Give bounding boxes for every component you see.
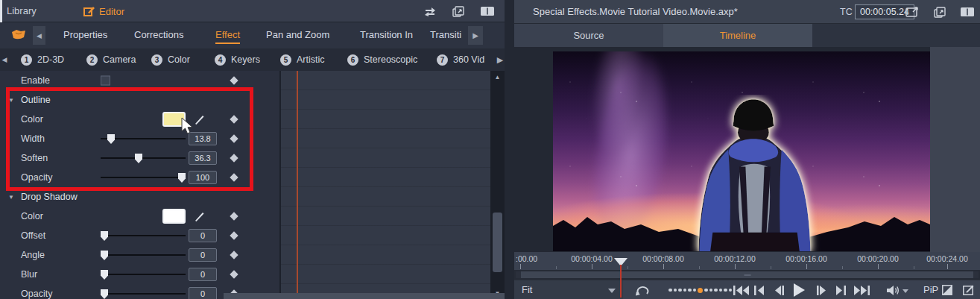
slider-thumb[interactable] (101, 289, 108, 299)
outline-color-swatch[interactable] (162, 112, 186, 127)
slider-thumb[interactable] (101, 251, 108, 260)
enable-label: Enable (21, 75, 50, 86)
scrollbar-thumb[interactable] (516, 271, 979, 278)
swap-panels-icon[interactable] (424, 7, 436, 16)
keyframe-diamond-icon[interactable] (230, 173, 238, 181)
scrollbar-thumb[interactable] (493, 213, 502, 272)
soften-value-box[interactable]: 36.3 (189, 151, 217, 165)
keyframe-diamond-icon[interactable] (230, 231, 238, 239)
tab-library[interactable]: Library (7, 0, 37, 22)
keyframe-timeline-lane[interactable] (281, 71, 490, 299)
slider-thumb[interactable] (101, 270, 108, 280)
snapshot-icon[interactable] (963, 280, 974, 299)
scroll-up-icon[interactable]: ▲ (490, 71, 505, 83)
previous-marker-button[interactable] (754, 280, 764, 299)
color-picker-pencil-icon[interactable] (194, 113, 206, 125)
tab-transition-out-clipped[interactable]: Transiti (430, 29, 461, 40)
angle-value-box[interactable]: 0 (189, 248, 217, 262)
timeline-horizontal-scrollbar[interactable] (514, 270, 980, 280)
jog-center-dot[interactable] (698, 288, 703, 293)
width-slider[interactable] (101, 134, 186, 143)
tab-properties[interactable]: Properties (63, 29, 107, 40)
chevron-down-icon[interactable] (902, 289, 908, 293)
slider-thumb[interactable] (178, 173, 186, 183)
row-outline-header[interactable]: ▼ Outline (0, 90, 279, 110)
effect-category-bar: ◀ 12D-3D 2Camera 3Color 4Keyers 5Artisti… (0, 48, 505, 71)
keyframe-playhead-line[interactable] (297, 71, 298, 293)
volume-button[interactable] (887, 280, 900, 299)
soften-slider[interactable] (101, 154, 186, 163)
playhead-line[interactable] (620, 265, 622, 298)
category-camera[interactable]: 2Camera (86, 48, 136, 71)
parameters-vertical-scrollbar[interactable]: ▲ ▼ (490, 71, 505, 299)
keyframe-diamond-icon[interactable] (230, 251, 238, 259)
go-to-start-button[interactable] (733, 280, 749, 299)
keyframe-diamond-icon[interactable] (230, 134, 238, 142)
category-color[interactable]: 3Color (151, 48, 190, 71)
opacity-value-box[interactable]: 100 (189, 171, 217, 184)
effects-palette-icon[interactable] (11, 29, 26, 40)
tabs-scroll-right-button[interactable]: ▶ (468, 26, 483, 45)
angle-slider[interactable] (101, 251, 186, 259)
categories-scroll-right-button[interactable]: ▶ (495, 50, 505, 69)
scrollbar-end-cap[interactable] (516, 271, 521, 278)
tab-effect[interactable]: Effect (215, 29, 240, 44)
blur-slider[interactable] (101, 270, 186, 279)
export-frame-icon[interactable] (905, 7, 919, 17)
category-artistic[interactable]: 5Artistic (280, 48, 325, 71)
step-back-button[interactable] (774, 280, 784, 299)
collapse-triangle-icon[interactable]: ▼ (8, 194, 14, 201)
keyframe-diamond-icon[interactable] (230, 76, 238, 84)
keyframe-diamond-icon[interactable] (230, 154, 238, 162)
width-value-box[interactable]: 13.8 (189, 132, 217, 145)
split-view-toggle-icon[interactable] (942, 280, 952, 299)
undock-panel-icon[interactable] (452, 6, 464, 17)
timeline-ruler[interactable]: :00.00 00:00:04.00 00:00:08.00 00:00:12.… (514, 252, 980, 270)
next-marker-button[interactable] (836, 280, 846, 299)
category-keyers[interactable]: 4Keyers (215, 48, 260, 71)
slider-thumb[interactable] (135, 154, 142, 163)
zoom-fit-dropdown[interactable]: Fit (514, 280, 623, 299)
slider-thumb[interactable] (101, 231, 108, 241)
keyframe-diamond-icon[interactable] (230, 270, 238, 278)
step-forward-button[interactable] (817, 280, 826, 299)
category-360-video[interactable]: 7360 Vid (437, 48, 484, 71)
jog-shuttle-control[interactable] (668, 280, 732, 299)
shadow-opacity-value-box[interactable]: 0 (189, 287, 217, 299)
categories-scroll-left-button[interactable]: ◀ (0, 50, 9, 69)
dual-view-icon[interactable] (961, 7, 974, 16)
tabs-scroll-left-button[interactable]: ◀ (33, 26, 45, 45)
shadow-color-swatch[interactable] (162, 209, 186, 224)
category-2d-3d[interactable]: 12D-3D (21, 48, 64, 71)
video-frame[interactable] (553, 51, 930, 251)
slider-thumb[interactable] (107, 134, 115, 144)
category-stereoscopic[interactable]: 6Stereoscopic (347, 48, 417, 71)
collapse-triangle-icon[interactable]: ▼ (8, 97, 14, 104)
tab-pan-and-zoom[interactable]: Pan and Zoom (266, 29, 329, 40)
dual-view-icon[interactable] (481, 7, 494, 16)
loop-playback-button[interactable] (635, 280, 651, 299)
offset-slider[interactable] (101, 231, 186, 240)
blur-value-box[interactable]: 0 (189, 268, 217, 281)
enable-checkbox[interactable] (101, 76, 110, 86)
shadow-opacity-slider[interactable] (101, 289, 186, 298)
keyframe-diamond-icon[interactable] (230, 115, 238, 123)
tab-corrections[interactable]: Corrections (134, 29, 183, 40)
row-drop-shadow-header[interactable]: ▼ Drop Shadow (0, 187, 279, 207)
parameters-horizontal-scrollbar[interactable] (224, 293, 505, 299)
tab-transition-in[interactable]: Transition In (360, 29, 413, 40)
pip-button[interactable]: PiP (923, 280, 938, 299)
ruler-label: 00:00:16.00 (785, 254, 826, 263)
opacity-slider[interactable] (101, 173, 186, 182)
tab-editor[interactable]: Editor (83, 0, 124, 22)
color-picker-pencil-icon[interactable] (194, 210, 206, 222)
go-to-end-button[interactable] (854, 280, 870, 299)
effect-parameters-area: Enable ▼ Outline Color (0, 71, 505, 299)
keyframe-diamond-icon[interactable] (230, 212, 238, 220)
play-button[interactable] (793, 280, 805, 299)
tab-timeline[interactable]: Timeline (663, 24, 812, 47)
tab-source[interactable]: Source (514, 24, 663, 47)
offset-value-box[interactable]: 0 (189, 229, 217, 242)
scrollbar-end-cap[interactable] (973, 271, 979, 278)
undock-panel-icon[interactable] (934, 7, 946, 18)
